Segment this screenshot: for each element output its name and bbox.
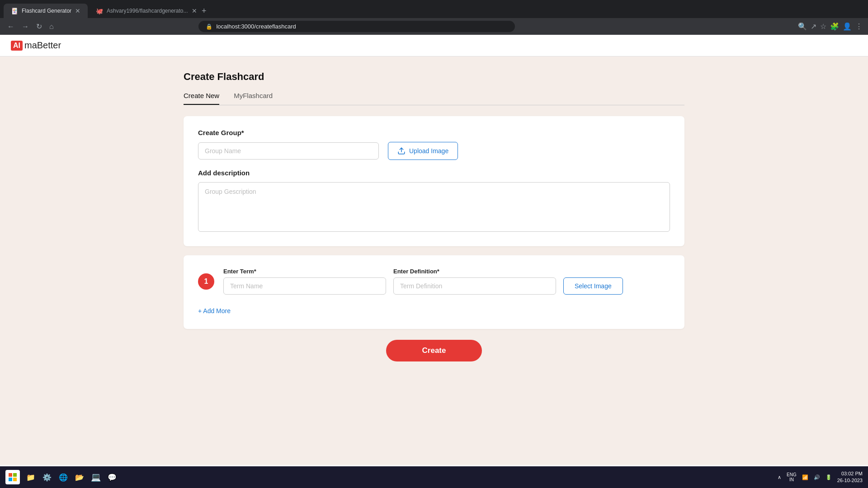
- term-field-group: Enter Term*: [223, 268, 386, 295]
- flashcard-entry-card: 1 Enter Term* Enter Definition* Select I…: [184, 255, 684, 329]
- group-top-row: Upload Image: [198, 142, 670, 160]
- lock-icon: 🔒: [206, 23, 212, 30]
- create-group-label: Create Group*: [198, 129, 670, 136]
- extensions-icon[interactable]: 🧩: [830, 22, 839, 31]
- tab-favicon-github: 🐙: [96, 8, 103, 14]
- add-more-label: + Add More: [198, 307, 231, 314]
- select-image-button[interactable]: Select Image: [563, 277, 623, 295]
- description-label: Add description: [198, 169, 670, 177]
- bookmark-icon[interactable]: ☆: [820, 22, 826, 31]
- home-button[interactable]: ⌂: [47, 22, 56, 32]
- top-nav: AI maBetter: [0, 35, 868, 56]
- tab-close-github-icon[interactable]: ✕: [192, 7, 197, 14]
- add-more-button[interactable]: + Add More: [198, 305, 231, 316]
- search-icon[interactable]: 🔍: [798, 22, 807, 31]
- new-tab-button[interactable]: +: [198, 5, 210, 18]
- profile-icon[interactable]: 👤: [843, 22, 852, 31]
- forward-button[interactable]: →: [20, 22, 31, 32]
- menu-icon[interactable]: ⋮: [855, 22, 863, 31]
- upload-image-label: Upload Image: [409, 147, 448, 155]
- logo: AI maBetter: [11, 40, 61, 51]
- tab-favicon: 🃏: [11, 8, 18, 14]
- create-button[interactable]: Create: [386, 340, 482, 361]
- address-bar-row: ← → ↻ ⌂ 🔒 localhost:3000/createflashcard…: [0, 18, 868, 35]
- definition-field-group: Enter Definition*: [393, 268, 556, 295]
- tab-title: Flashcard Generator: [22, 8, 71, 14]
- back-button[interactable]: ←: [5, 22, 16, 32]
- main-content: Create Flashcard Create New MyFlashcard …: [176, 56, 692, 376]
- page-content: AI maBetter Create Flashcard Create New …: [0, 35, 868, 465]
- group-name-input[interactable]: [198, 142, 379, 160]
- description-input[interactable]: [198, 182, 670, 232]
- upload-icon: [397, 147, 406, 155]
- definition-label: Enter Definition*: [393, 268, 556, 275]
- logo-ai-box: AI: [11, 41, 23, 51]
- create-btn-row: Create: [184, 340, 684, 361]
- tab-close-icon[interactable]: ✕: [75, 7, 80, 14]
- browser-chrome: 🃏 Flashcard Generator ✕ 🐙 Ashvary1996/fl…: [0, 0, 868, 35]
- term-label: Enter Term*: [223, 268, 386, 275]
- address-bar[interactable]: 🔒 localhost:3000/createflashcard: [198, 21, 515, 32]
- tab-bar: 🃏 Flashcard Generator ✕ 🐙 Ashvary1996/fl…: [0, 0, 868, 18]
- browser-actions: 🔍 ↗ ☆ 🧩 👤 ⋮: [798, 22, 863, 31]
- page-title: Create Flashcard: [184, 71, 684, 83]
- tab-create-new[interactable]: Create New: [184, 92, 219, 105]
- term-input[interactable]: [223, 277, 386, 295]
- browser-tab-active[interactable]: 🃏 Flashcard Generator ✕: [4, 4, 88, 18]
- upload-image-button[interactable]: Upload Image: [388, 142, 458, 160]
- share-icon[interactable]: ↗: [811, 22, 816, 31]
- refresh-button[interactable]: ↻: [34, 21, 44, 32]
- create-group-card: Create Group* Upload Image Add descripti…: [184, 116, 684, 246]
- flashcard-fields: Enter Term* Enter Definition* Select Ima…: [223, 268, 670, 295]
- browser-tab-github[interactable]: 🐙 Ashvary1996/flashcardgenerato... ✕: [89, 4, 197, 18]
- select-image-label: Select Image: [575, 282, 612, 290]
- flashcard-row: 1 Enter Term* Enter Definition* Select I…: [198, 268, 670, 295]
- tab-my-flashcard[interactable]: MyFlashcard: [234, 92, 273, 105]
- create-button-label: Create: [422, 346, 446, 355]
- flashcard-number: 1: [198, 273, 214, 290]
- url-display: localhost:3000/createflashcard: [216, 23, 296, 30]
- definition-input[interactable]: [393, 277, 556, 295]
- page-tabs: Create New MyFlashcard: [184, 92, 684, 105]
- logo-text: maBetter: [24, 40, 61, 51]
- tab-title-github: Ashvary1996/flashcardgenerato...: [107, 8, 188, 14]
